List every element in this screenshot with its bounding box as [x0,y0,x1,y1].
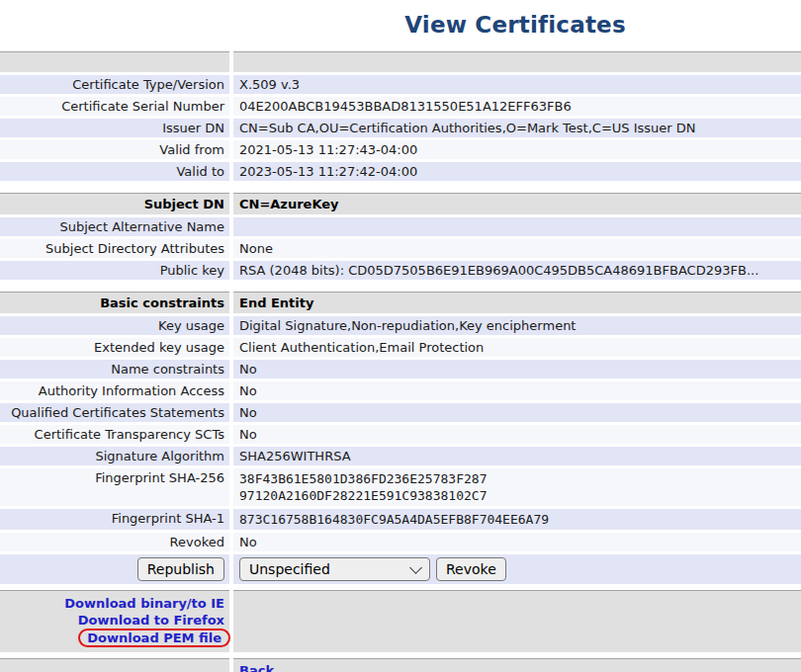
row-fingerprint-sha256: Fingerprint SHA-256 38F43B61E5801D386FD2… [0,468,801,506]
row-value: CN=Sub CA,OU=Certification Authorities,O… [233,119,801,137]
revocation-reason-selected-option: Unspecified [249,562,330,577]
row-label: Subject Alternative Name [0,217,229,236]
row-value: RSA (2048 bits): CD05D7505B6E91EB969A00C… [233,261,801,280]
row-label: Certificate Type/Version [0,75,229,94]
row-key-usage: Key usage Digital Signature,Non-repudiat… [0,316,801,335]
row-value: 2023-05-13 11:27:42-04:00 [233,162,801,181]
row-value: 2021-05-13 11:27:43-04:00 [233,140,801,159]
row-label: Signature Algorithm [0,447,229,465]
row-value: 873C16758B164830FC9A5A4DA5EFB8F704EE6A79 [233,509,801,530]
revocation-reason-select[interactable]: Unspecified [239,557,430,581]
back-link[interactable]: Back [239,663,274,672]
row-value: None [233,239,801,258]
section-subject-dn: Subject DN CN=AzureKey [0,193,801,214]
section-value: CN=AzureKey [233,193,801,214]
row-fingerprint-sha1: Fingerprint SHA-1 873C16758B164830FC9A5A… [0,509,801,530]
certificate-table: Certificate Type/Version X.509 v.3 Certi… [0,51,801,672]
download-links: Download binary/to IE Download to Firefo… [0,590,229,652]
republish-button[interactable]: Republish [137,557,224,581]
row-value: Client Authentication,Email Protection [233,338,801,357]
row-certificate-type: Certificate Type/Version X.509 v.3 [0,75,801,94]
row-value: No [233,533,801,551]
header-value-cell [233,51,801,72]
row-extended-key-usage: Extended key usage Client Authentication… [0,338,801,357]
row-revoked: Revoked No [0,533,801,551]
row-label: Fingerprint SHA-1 [0,509,229,530]
row-label: Revoked [0,533,229,551]
row-label: Valid from [0,140,229,159]
download-pem-link[interactable]: Download PEM file [78,629,230,647]
back-row-empty-cell [0,658,229,672]
row-value: 04E200ABCB19453BBAD8131550E51A12EFF63FB6 [233,97,801,116]
row-label: Valid to [0,162,229,181]
row-value [233,217,801,236]
row-value: 38F43B61E5801D386FD236E25783F287 97120A2… [233,468,801,506]
download-row-empty-cell [233,590,801,652]
row-label: Certificate Serial Number [0,97,229,116]
header-label-cell [0,51,229,72]
page-title: View Certificates [229,12,801,38]
row-subject-directory-attributes: Subject Directory Attributes None [0,239,801,258]
row-authority-information-access: Authority Information Access No [0,381,801,400]
row-certificate-transparency-scts: Certificate Transparency SCTs No [0,425,801,444]
row-label: Certificate Transparency SCTs [0,425,229,444]
row-public-key: Public key RSA (2048 bits): CD05D7505B6E… [0,261,801,280]
row-label: Issuer DN [0,119,229,137]
row-value: Digital Signature,Non-repudiation,Key en… [233,316,801,335]
fingerprint-sha256-line1: 38F43B61E5801D386FD236E25783F287 [239,470,795,487]
row-label: Fingerprint SHA-256 [0,468,229,506]
row-value: SHA256WITHRSA [233,447,801,465]
row-value: No [233,381,801,400]
row-qualified-certificates-statements: Qualified Certificates Statements No [0,403,801,422]
row-label: Subject Directory Attributes [0,239,229,258]
row-label: Key usage [0,316,229,335]
back-row: Back [0,658,801,672]
row-issuer-dn: Issuer DN CN=Sub CA,OU=Certification Aut… [0,119,801,137]
row-serial-number: Certificate Serial Number 04E200ABCB1945… [0,97,801,116]
revoke-button[interactable]: Revoke [436,557,506,581]
download-binary-ie-link[interactable]: Download binary/to IE [0,595,224,612]
chevron-down-icon [409,561,422,574]
row-label: Name constraints [0,360,229,378]
row-label: Authority Information Access [0,381,229,400]
row-valid-from: Valid from 2021-05-13 11:27:43-04:00 [0,140,801,159]
row-subject-alternative-name: Subject Alternative Name [0,217,801,236]
section-basic-constraints: Basic constraints End Entity [0,292,801,313]
row-value: X.509 v.3 [233,75,801,94]
section-label: Subject DN [0,193,229,214]
download-firefox-link[interactable]: Download to Firefox [0,612,224,629]
download-row: Download binary/to IE Download to Firefo… [0,590,801,652]
section-label: Basic constraints [0,292,229,313]
row-signature-algorithm: Signature Algorithm SHA256WITHRSA [0,447,801,465]
row-label: Qualified Certificates Statements [0,403,229,422]
back-cell: Back [233,658,801,672]
section-value: End Entity [233,292,801,313]
row-label: Extended key usage [0,338,229,357]
republish-cell: Republish [0,554,229,584]
row-value: No [233,425,801,444]
row-valid-to: Valid to 2023-05-13 11:27:42-04:00 [0,162,801,181]
row-label: Public key [0,261,229,280]
actions-row: Republish Unspecified Revoke [0,554,801,584]
table-header-row [0,51,801,72]
fingerprint-sha256-line2: 97120A2160DF28221E591C93838102C7 [239,487,795,504]
revoke-cell: Unspecified Revoke [233,554,801,584]
row-value: No [233,403,801,422]
row-name-constraints: Name constraints No [0,360,801,378]
row-value: No [233,360,801,378]
